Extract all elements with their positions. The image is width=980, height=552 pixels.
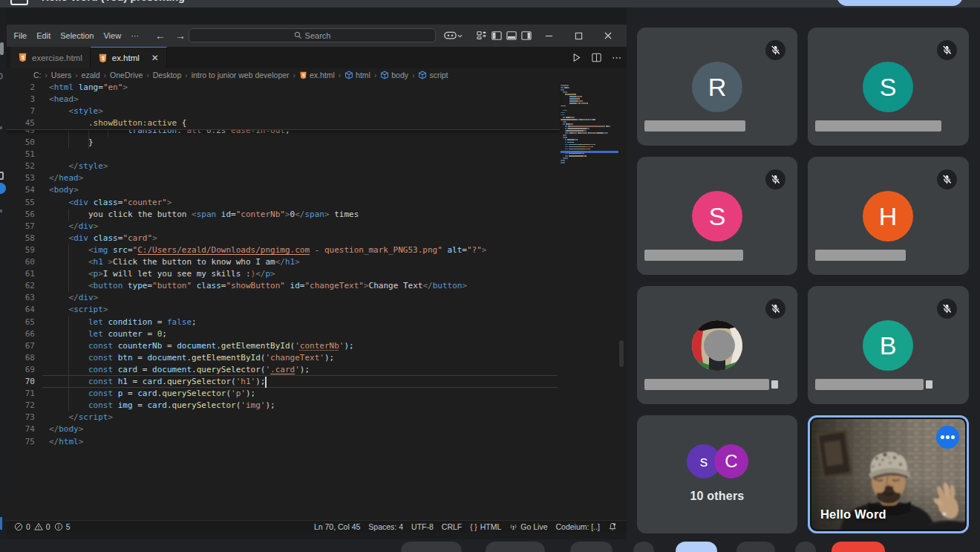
toggle-panel-icon[interactable] [504,25,519,47]
nav-back-icon[interactable]: ← [155,30,166,42]
code-editor[interactable]: 49 transition: all 0.2s ease-in-out;50 }… [7,82,627,520]
code-line[interactable]: 62 <button type="button" class="showButt… [7,280,560,293]
code-line[interactable]: 56 you click the button <span id="conter… [7,209,560,221]
stop-presenting-button[interactable]: Stop presenting [837,0,963,6]
participant-tile[interactable]: S [808,27,969,146]
code-line[interactable]: 70 const h1 = card.querySelector('h1'); [7,376,560,389]
status-html[interactable]: { }HTML [470,522,501,531]
customize-layout-icon[interactable] [474,25,489,47]
notifications-icon[interactable] [608,522,617,531]
minimap[interactable] [561,82,618,520]
code-line[interactable]: 75</html> [7,436,560,449]
participant-tile[interactable] [637,286,797,404]
breadcrumb-item[interactable]: Desktop [153,71,182,79]
close-tab-icon[interactable]: ✕ [151,53,159,63]
code-line[interactable]: 57 </div> [7,221,560,233]
reactions-button[interactable] [633,542,654,552]
participant-tile[interactable]: H [808,157,969,275]
copilot-icon[interactable] [442,25,464,47]
code-line[interactable]: 54<body> [7,184,560,197]
code-line[interactable]: 2<html lang="en"> [7,82,560,94]
menu-selection[interactable]: Selection [56,25,99,47]
code-line[interactable]: 50 } [7,137,560,149]
split-editor-icon[interactable] [592,53,601,62]
code-line[interactable]: 52 </style> [7,160,560,173]
tab-exercise-html[interactable]: 5exercise.html [10,47,91,68]
code-line[interactable]: 58 <div class="card"> [7,233,560,245]
status-crlf[interactable]: CRLF [442,522,462,531]
code-line[interactable]: 74</body> [7,423,560,436]
toggle-sidebar-icon[interactable] [489,25,504,47]
participant-tile[interactable]: B [808,286,969,404]
code-line[interactable]: 67 const counterNb = document.getElement… [7,340,560,353]
activity-bar-fragment-icon [0,73,3,79]
tile-more-options-button[interactable] [936,426,959,449]
microphone-button[interactable] [401,542,462,552]
status-ln-70-col-45[interactable]: Ln 70, Col 45 [314,522,360,531]
code-line[interactable]: 68 const btn = document.getElementById('… [7,352,560,365]
code-line[interactable]: 63 </div> [7,292,560,305]
breadcrumb-item[interactable]: script [418,71,448,79]
screen-share-video: FileEditSelectionView··· ← → Search [0,7,627,539]
participant-tile[interactable]: S [637,157,797,275]
code-line[interactable]: 51 [7,149,560,161]
status-spaces-4[interactable]: Spaces: 4 [368,522,403,531]
code-line[interactable]: 45 .showButton:active { [7,117,560,130]
code-line[interactable]: 64 <script> [7,304,560,316]
run-button[interactable] [572,53,581,62]
present-screen-button[interactable] [676,542,717,552]
breadcrumb-item[interactable]: Users [51,71,71,79]
toggle-secondary-sidebar-icon[interactable] [519,25,534,47]
code-line[interactable]: 55 <div class="counter"> [7,197,560,210]
close-window-button[interactable] [593,25,623,47]
raise-hand-button[interactable] [736,542,775,552]
code-line[interactable]: 73 </script> [7,412,560,424]
code-line[interactable]: 66 let counter = 0; [7,328,560,341]
breadcrumb-item[interactable]: 5ex.html [299,71,335,79]
nav-forward-icon[interactable]: → [175,30,186,42]
code-line[interactable]: 3<head> [7,94,560,106]
code-line[interactable]: 60 <h1 >Click the button to know who I a… [7,256,560,269]
breadcrumb-item[interactable]: OneDrive [110,71,143,79]
code-line[interactable]: 59 <img src="C:/Users/ezald/Downloads/pn… [7,244,560,257]
breadcrumb-item[interactable]: intro to junior web developer [192,71,290,79]
menu-file[interactable]: File [9,25,32,47]
code-line[interactable]: 7 <style> [7,105,560,118]
breadcrumb-item[interactable]: body [380,71,408,79]
status-codeium-[interactable]: Codeium: [..] [555,522,600,531]
minimap-line [565,142,566,143]
participant-tile[interactable]: R [637,27,797,146]
menu-[interactable]: ··· [126,25,144,47]
code-line[interactable]: 71 const p = card.querySelector('p'); [7,388,560,400]
code-line[interactable]: 65 let condition = false; [7,316,560,329]
code-line[interactable]: 72 const img = card.querySelector('img')… [7,400,560,412]
breadcrumb-item[interactable]: ezald [82,71,100,79]
status-go-live[interactable]: Go Live [509,522,547,531]
tab-ex-html[interactable]: 5ex.html✕ [91,47,167,68]
status-utf-8[interactable]: UTF-8 [411,522,434,531]
code-line[interactable]: 61 <p>I will let you see my skills :)</p… [7,268,560,281]
info-count[interactable]: 5 [54,522,71,531]
minimap-line [569,117,574,118]
menu-edit[interactable]: Edit [32,25,56,47]
minimize-button[interactable] [534,25,564,47]
chevron-right-icon: › [75,71,77,79]
camera-button[interactable] [486,542,545,552]
code-line[interactable]: 53</head> [7,172,560,185]
breadcrumb-item[interactable]: html [344,71,370,79]
editor-more-actions-icon[interactable]: ⋯ [612,52,622,63]
leave-call-button[interactable] [832,542,885,552]
video-tile[interactable]: Hello Word [808,415,969,533]
minimap-line [566,130,584,131]
menu-view[interactable]: View [99,25,126,47]
more-options-button[interactable] [795,542,816,552]
code-line[interactable]: 69 const card = document.querySelector('… [7,364,560,377]
warning-count[interactable]: 0 [34,522,50,531]
maximize-button[interactable] [564,25,593,47]
editor-scrollbar[interactable] [619,340,624,367]
captions-button[interactable] [570,542,612,552]
search-input[interactable]: Search [189,28,436,42]
others-tile[interactable]: sC10 others [637,415,797,533]
error-count[interactable]: 0 [14,522,30,531]
breadcrumb-item[interactable]: C: [33,71,42,79]
